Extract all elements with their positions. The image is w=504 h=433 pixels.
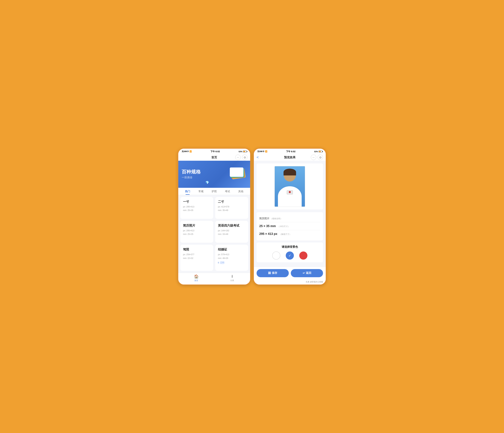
battery-icon-1 bbox=[243, 150, 247, 152]
save-icon: 🖼 bbox=[268, 272, 271, 275]
outer-wrapper: 无SIM卡 📶 下午 6:02 53% 首页 ··· ⊙ 百种规格 一应 bbox=[176, 146, 328, 287]
color-section: 请选择背景色 ✓ bbox=[257, 242, 323, 262]
spec-note: （规格说明） bbox=[270, 217, 282, 220]
nav-home-label: 首页 bbox=[194, 279, 198, 282]
status-left-2: 无SIM卡 📶 bbox=[257, 150, 267, 153]
time-label-2: 下午 6:02 bbox=[286, 150, 296, 153]
tab-passport[interactable]: 护照 bbox=[207, 190, 221, 195]
card-jiehun-badge: 二寸 bbox=[219, 261, 225, 264]
scan-button-1[interactable]: ⊙ bbox=[242, 155, 247, 160]
save-label: 保存 bbox=[272, 271, 277, 275]
banner: 百种规格 一应俱全 💎 bbox=[178, 161, 250, 188]
nav-title-2: 预览效果 bbox=[284, 155, 296, 159]
person-body bbox=[278, 186, 302, 207]
color-white[interactable] bbox=[272, 251, 280, 260]
info-px-row: 295 × 413 px （像素尺寸） bbox=[259, 230, 320, 238]
card-layer-5 bbox=[230, 168, 243, 177]
home-icon: 🏠 bbox=[194, 274, 199, 279]
card-english46[interactable]: 英语四六级考试 px: 144×192 mm: 33×48 bbox=[215, 221, 248, 243]
nav-home[interactable]: 🏠 首页 bbox=[178, 274, 214, 282]
nav-category-label: 分类 bbox=[230, 279, 234, 282]
wifi-icon-1: 📶 bbox=[189, 150, 192, 153]
card-grid: 一寸 px: 295×413 mm: 25×35 二寸 px: 413×579 … bbox=[178, 195, 250, 273]
nav-actions-1: ··· ⊙ bbox=[235, 155, 247, 160]
nav-category[interactable]: ⬇ 分类 bbox=[214, 274, 250, 282]
watermark: 头条 @职场办公技能 bbox=[254, 280, 326, 284]
mm-label: 25 × 35 mm bbox=[259, 224, 276, 228]
card-ercun-px: px: 413×579 bbox=[218, 205, 245, 209]
photo-name: 简历照片 bbox=[259, 217, 270, 220]
time-label-1: 下午 6:02 bbox=[210, 150, 220, 153]
card-jianli-px: px: 295×413 bbox=[183, 229, 210, 233]
card-jiehun-title: 结婚证 bbox=[218, 247, 245, 251]
carrier-label-1: 无SIM卡 bbox=[182, 150, 189, 153]
diamond-deco: 💎 bbox=[205, 181, 209, 185]
card-english46-mm: mm: 33×48 bbox=[218, 232, 245, 236]
banner-headline: 百种规格 bbox=[182, 169, 201, 175]
card-jiehun-info: ℹ 二寸 bbox=[218, 261, 245, 264]
banner-text: 百种规格 一应俱全 bbox=[182, 169, 201, 179]
status-right-1: 53% bbox=[239, 150, 247, 153]
more-button-1[interactable]: ··· bbox=[235, 155, 241, 160]
save-button[interactable]: 🖼 保存 bbox=[257, 269, 289, 277]
card-english46-title: 英语四六级考试 bbox=[218, 223, 245, 228]
person-hair bbox=[284, 169, 296, 176]
card-ercun-title: 二寸 bbox=[218, 200, 245, 204]
bottom-nav-1: 🏠 首页 ⬇ 分类 bbox=[178, 273, 250, 284]
info-section: 简历照片 （规格说明） 25 × 35 mm （冲印尺寸） 295 × 413 … bbox=[257, 212, 323, 240]
card-jianli[interactable]: 简历照片 px: 295×413 mm: 25×35 bbox=[180, 221, 213, 243]
card-yicun-px: px: 295×413 bbox=[183, 205, 210, 209]
return-icon: ↩ bbox=[303, 272, 305, 275]
status-right-2: 53% bbox=[314, 150, 322, 153]
scan-button-2[interactable]: ⊙ bbox=[318, 155, 323, 160]
info-icon: ℹ bbox=[218, 261, 219, 264]
battery-icon-2 bbox=[319, 150, 322, 152]
collar-detail bbox=[289, 191, 291, 193]
card-yicun[interactable]: 一寸 px: 295×413 mm: 25×35 bbox=[180, 197, 213, 219]
portrait-photo bbox=[275, 166, 305, 207]
color-red[interactable] bbox=[299, 251, 307, 260]
nav-title-1: 首页 bbox=[211, 155, 217, 159]
banner-icon bbox=[230, 168, 247, 181]
battery-label-1: 53% bbox=[239, 150, 242, 153]
status-left-1: 无SIM卡 📶 bbox=[182, 150, 192, 153]
card-jianli-mm: mm: 25×35 bbox=[183, 232, 210, 236]
card-jiehun[interactable]: 结婚证 px: 579×413 mm: 49×35 ℹ 二寸 bbox=[215, 245, 248, 271]
tab-normal[interactable]: 常规 bbox=[194, 190, 207, 195]
photo-preview-box bbox=[257, 163, 323, 210]
phone-home: 无SIM卡 📶 下午 6:02 53% 首页 ··· ⊙ 百种规格 一应 bbox=[178, 148, 251, 285]
stacked-cards-icon bbox=[230, 168, 247, 181]
card-jiaz-px: px: 259×377 bbox=[183, 253, 210, 256]
action-buttons: 🖼 保存 ↩ 返回 bbox=[254, 267, 326, 280]
category-icon: ⬇ bbox=[231, 274, 234, 279]
tab-hot[interactable]: 热门 bbox=[181, 190, 194, 195]
px-note: （像素尺寸） bbox=[279, 233, 291, 235]
return-button[interactable]: ↩ 返回 bbox=[291, 269, 323, 277]
card-jiehun-px: px: 579×413 bbox=[218, 253, 245, 256]
info-name-row: 简历照片 （规格说明） bbox=[259, 215, 320, 222]
color-options: ✓ bbox=[259, 251, 320, 260]
card-yicun-title: 一寸 bbox=[183, 200, 210, 204]
nav-bar-2: < 预览效果 ··· ⊙ bbox=[254, 154, 326, 161]
tab-exam[interactable]: 考试 bbox=[221, 190, 234, 195]
more-button-2[interactable]: ··· bbox=[311, 155, 316, 160]
status-bar-2: 无SIM卡 📶 下午 6:02 53% bbox=[254, 149, 326, 154]
status-bar-1: 无SIM卡 📶 下午 6:02 53% bbox=[178, 149, 250, 154]
tab-other[interactable]: 其他 bbox=[234, 190, 247, 195]
card-ercun[interactable]: 二寸 px: 413×579 mm: 35×49 bbox=[215, 197, 248, 219]
back-button[interactable]: < bbox=[257, 155, 259, 159]
card-jiaz-mm: mm: 22×32 bbox=[183, 256, 210, 260]
wifi-icon-2: 📶 bbox=[265, 150, 267, 153]
card-jianli-title: 简历照片 bbox=[183, 223, 210, 228]
card-ercun-mm: mm: 35×49 bbox=[218, 209, 245, 212]
phone-preview: 无SIM卡 📶 下午 6:02 53% < 预览效果 ··· ⊙ bbox=[253, 148, 326, 285]
carrier-label-2: 无SIM卡 bbox=[257, 150, 264, 153]
card-jiehun-mm: mm: 49×35 bbox=[218, 256, 245, 260]
tabs-container: 热门 常规 护照 考试 其他 bbox=[178, 188, 250, 195]
mm-note: （冲印尺寸） bbox=[278, 225, 290, 228]
color-blue[interactable]: ✓ bbox=[286, 251, 294, 260]
card-english46-px: px: 144×192 bbox=[218, 229, 245, 233]
nav-actions-2: ··· ⊙ bbox=[311, 155, 323, 160]
card-jiaz[interactable]: 驾照 px: 259×377 mm: 22×32 bbox=[180, 245, 213, 271]
card-yicun-mm: mm: 25×35 bbox=[183, 209, 210, 212]
